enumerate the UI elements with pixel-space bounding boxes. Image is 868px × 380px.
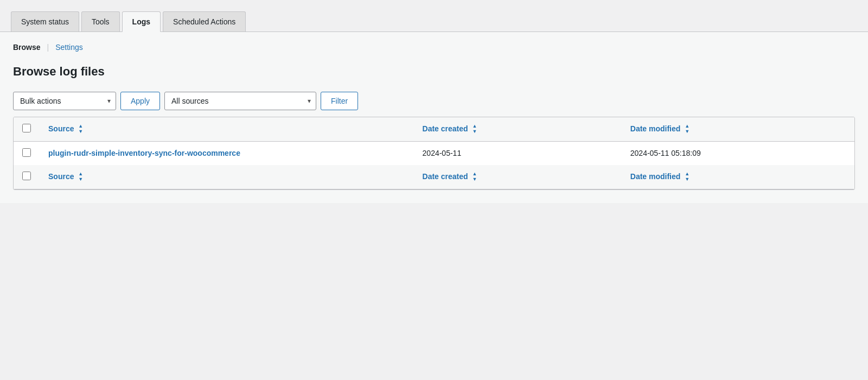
footer-checkbox-cell bbox=[14, 165, 40, 189]
sub-nav: Browse | Settings bbox=[13, 43, 855, 52]
footer-date-created[interactable]: Date created ▲ ▼ bbox=[414, 165, 622, 189]
header-checkbox-cell bbox=[14, 117, 40, 141]
page-title: Browse log files bbox=[13, 65, 855, 79]
footer-source-sort-icon[interactable]: ▲ ▼ bbox=[78, 172, 83, 182]
tab-logs[interactable]: Logs bbox=[122, 11, 161, 32]
select-all-checkbox[interactable] bbox=[22, 124, 31, 132]
row-date-modified-cell: 2024-05-11 05:18:09 bbox=[622, 141, 854, 165]
subnav-settings[interactable]: Settings bbox=[55, 43, 83, 52]
bulk-actions-select[interactable]: Bulk actionsDelete bbox=[13, 92, 116, 110]
table-footer-row: Source ▲ ▼ Date created ▲ ▼ bbox=[14, 165, 854, 189]
apply-button[interactable]: Apply bbox=[120, 92, 160, 110]
footer-date-created-sort-icon[interactable]: ▲ ▼ bbox=[473, 172, 477, 182]
toolbar: Bulk actionsDelete ▾ Apply All sources ▾… bbox=[13, 92, 855, 117]
tab-system-status[interactable]: System status bbox=[11, 11, 79, 31]
tabs-bar: System status Tools Logs Scheduled Actio… bbox=[0, 0, 868, 32]
subnav-browse[interactable]: Browse bbox=[13, 43, 41, 52]
table-header-row: Source ▲ ▼ Date created ▲ ▼ bbox=[14, 117, 854, 141]
log-table-container: Source ▲ ▼ Date created ▲ ▼ bbox=[13, 117, 855, 190]
row-source-cell: plugin-rudr-simple-inventory-sync-for-wo… bbox=[40, 141, 414, 165]
subnav-separator: | bbox=[47, 43, 49, 52]
page-wrapper: System status Tools Logs Scheduled Actio… bbox=[0, 0, 868, 380]
row-checkbox[interactable] bbox=[22, 148, 31, 157]
date-modified-sort-icon[interactable]: ▲ ▼ bbox=[685, 124, 690, 135]
date-created-sort-icon[interactable]: ▲ ▼ bbox=[473, 124, 477, 135]
bulk-actions-wrapper: Bulk actionsDelete ▾ bbox=[13, 92, 116, 110]
row-checkbox-cell bbox=[14, 141, 40, 165]
source-sort-icon[interactable]: ▲ ▼ bbox=[78, 124, 83, 135]
footer-date-modified-sort-icon[interactable]: ▲ ▼ bbox=[685, 172, 690, 182]
header-date-modified[interactable]: Date modified ▲ ▼ bbox=[622, 117, 854, 141]
filter-button[interactable]: Filter bbox=[321, 92, 358, 110]
log-file-link[interactable]: plugin-rudr-simple-inventory-sync-for-wo… bbox=[48, 149, 240, 157]
footer-date-modified[interactable]: Date modified ▲ ▼ bbox=[622, 165, 854, 189]
table-row: plugin-rudr-simple-inventory-sync-for-wo… bbox=[14, 141, 854, 165]
row-date-created-cell: 2024-05-11 bbox=[414, 141, 622, 165]
header-date-created[interactable]: Date created ▲ ▼ bbox=[414, 117, 622, 141]
header-source[interactable]: Source ▲ ▼ bbox=[40, 117, 414, 141]
footer-source[interactable]: Source ▲ ▼ bbox=[40, 165, 414, 189]
tab-tools[interactable]: Tools bbox=[81, 11, 120, 31]
log-table: Source ▲ ▼ Date created ▲ ▼ bbox=[14, 117, 854, 189]
content-area: Browse | Settings Browse log files Bulk … bbox=[0, 32, 868, 203]
source-filter-select[interactable]: All sources bbox=[164, 92, 316, 110]
footer-select-all-checkbox[interactable] bbox=[22, 172, 31, 180]
source-filter-wrapper: All sources ▾ bbox=[164, 92, 316, 110]
tab-scheduled-actions[interactable]: Scheduled Actions bbox=[163, 11, 246, 31]
